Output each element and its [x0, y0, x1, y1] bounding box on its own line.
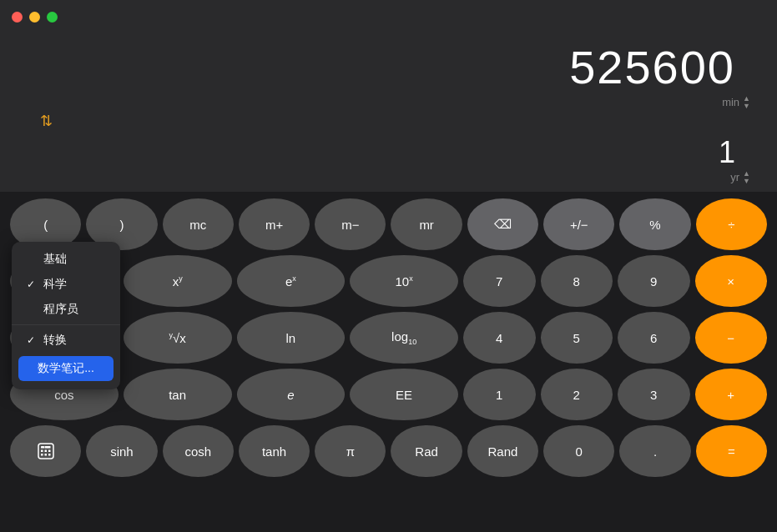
key-x-power-y[interactable]: xy	[124, 255, 232, 307]
display-area: 525600 min ▲ ▼ ⇅ 1 yr ▲ ▼	[0, 33, 777, 192]
key-7[interactable]: 7	[463, 255, 536, 307]
menu-convert-label: 转换	[43, 333, 67, 348]
key-divide[interactable]: ÷	[696, 198, 767, 250]
key-m-minus[interactable]: m−	[315, 198, 386, 250]
key-1[interactable]: 1	[463, 369, 536, 420]
secondary-unit-row: yr ▲ ▼	[17, 170, 760, 185]
svg-rect-5	[41, 454, 43, 456]
unit-down-icon[interactable]: ▼	[743, 103, 750, 110]
key-mr[interactable]: mr	[391, 198, 462, 250]
key-log10[interactable]: log10	[350, 312, 458, 364]
title-bar	[0, 0, 777, 33]
key-e-power-x[interactable]: ex	[237, 255, 346, 307]
main-unit-label: min	[722, 96, 739, 108]
key-row-1: ( ) mc m+ m− mr ⌫ +/− % ÷	[10, 198, 767, 250]
menu-item-convert[interactable]: ✓ 转换	[12, 328, 120, 353]
key-cosh[interactable]: cosh	[163, 425, 234, 477]
key-calculator-icon[interactable]	[10, 425, 81, 477]
menu-basic-label: 基础	[43, 252, 67, 267]
key-rad[interactable]: Rad	[391, 425, 462, 477]
key-row-3: 3√x y√x ln log10 4 5 6 −	[10, 312, 767, 364]
key-decimal[interactable]: .	[619, 425, 690, 477]
minimize-button[interactable]	[29, 12, 40, 23]
key-percent[interactable]: %	[619, 198, 690, 250]
menu-divider	[12, 324, 120, 325]
svg-rect-6	[44, 454, 47, 456]
key-e-constant[interactable]: e	[237, 369, 346, 420]
secondary-unit-down-icon[interactable]: ▼	[743, 178, 750, 185]
key-mc[interactable]: mc	[163, 198, 234, 250]
secondary-value: 1	[719, 135, 735, 169]
key-ee[interactable]: EE	[350, 369, 458, 420]
key-5[interactable]: 5	[541, 312, 613, 364]
menu-item-basic[interactable]: 基础	[12, 247, 120, 272]
svg-rect-2	[41, 450, 43, 453]
key-0[interactable]: 0	[543, 425, 614, 477]
key-m-plus[interactable]: m+	[239, 198, 310, 250]
menu-notebook-label: 数学笔记...	[38, 361, 94, 374]
key-tan[interactable]: tan	[124, 369, 232, 420]
key-pi[interactable]: π	[315, 425, 386, 477]
svg-rect-1	[41, 446, 44, 449]
secondary-unit-stepper[interactable]: ▲ ▼	[743, 170, 750, 185]
svg-rect-3	[44, 450, 47, 453]
secondary-display: 1	[17, 135, 760, 170]
key-8[interactable]: 8	[541, 255, 613, 307]
menu-item-notebook[interactable]: 数学笔记...	[18, 356, 114, 381]
key-tanh[interactable]: tanh	[239, 425, 310, 477]
key-row-4: cos tan e EE 1 2 3 +	[10, 369, 767, 420]
key-ln[interactable]: ln	[237, 312, 346, 364]
maximize-button[interactable]	[47, 12, 58, 23]
menu-item-science[interactable]: ✓ 科学	[12, 272, 120, 297]
menu-item-programmer[interactable]: 程序员	[12, 297, 120, 322]
secondary-unit-label: yr	[730, 171, 739, 183]
sort-icon[interactable]: ⇅	[28, 109, 64, 133]
key-row-5: sinh cosh tanh π Rad Rand 0 . =	[10, 425, 767, 477]
key-row-2: x3 xy ex 10x 7 8 9 ×	[10, 255, 767, 307]
key-y-root[interactable]: y√x	[124, 312, 232, 364]
key-add[interactable]: +	[695, 369, 768, 420]
key-4[interactable]: 4	[463, 312, 536, 364]
svg-rect-7	[48, 454, 51, 456]
menu-programmer-label: 程序员	[43, 302, 78, 317]
key-6[interactable]: 6	[618, 312, 690, 364]
menu-science-label: 科学	[43, 277, 67, 292]
key-equals[interactable]: =	[696, 425, 767, 477]
key-3[interactable]: 3	[618, 369, 690, 420]
key-rand[interactable]: Rand	[467, 425, 538, 477]
close-button[interactable]	[12, 12, 23, 23]
key-backspace[interactable]: ⌫	[467, 198, 538, 250]
calculator-type-menu: 基础 ✓ 科学 程序员 ✓ 转换 数学笔记...	[12, 242, 120, 389]
main-unit-stepper[interactable]: ▲ ▼	[743, 95, 750, 110]
key-plus-minus[interactable]: +/−	[543, 198, 614, 250]
key-10-power-x[interactable]: 10x	[350, 255, 458, 307]
svg-rect-8	[44, 446, 50, 449]
key-subtract[interactable]: −	[695, 312, 768, 364]
main-unit-row: min ▲ ▼	[17, 95, 760, 110]
key-sinh[interactable]: sinh	[86, 425, 157, 477]
main-display: 525600	[17, 42, 760, 93]
key-9[interactable]: 9	[618, 255, 690, 307]
main-value: 525600	[569, 41, 735, 93]
key-multiply[interactable]: ×	[695, 255, 768, 307]
key-2[interactable]: 2	[541, 369, 613, 420]
svg-rect-4	[48, 450, 51, 453]
